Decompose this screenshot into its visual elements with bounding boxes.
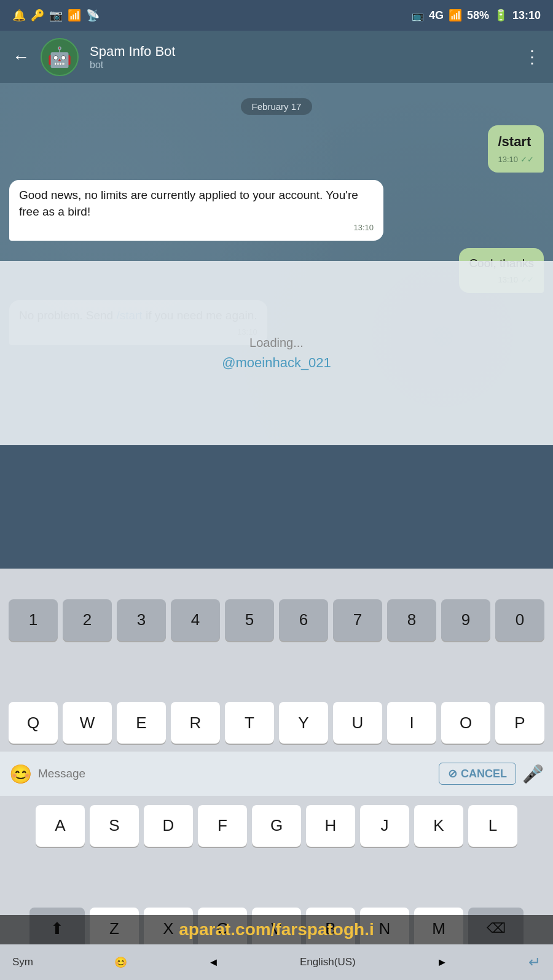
key-6[interactable]: 6 [279,599,328,641]
status-icon-video: 📷 [49,9,63,22]
date-badge: February 17 [241,98,313,115]
msg-time-1: 13:10 [498,154,518,165]
avatar: 🤖 [41,38,79,76]
key-q[interactable]: Q [9,702,58,744]
status-left-icons: 🔔 🔑 📷 📶 📡 [12,9,100,22]
keyboard-bottom-bar: Sym 😊 ◄ English(US) ► ↵ [0,944,553,980]
key-j[interactable]: J [360,805,409,847]
status-icon-wifi: 📶 [68,9,81,22]
status-right: 📺 4G 📶 58% 🔋 13:10 [412,9,541,22]
site-watermark: aparat.com/farspatogh.i [0,915,553,944]
key-a[interactable]: A [36,805,85,847]
key-enter[interactable]: ↵ [528,954,541,971]
key-i[interactable]: I [387,702,436,744]
key-y[interactable]: Y [279,702,328,744]
status-cast-icon: 📺 [412,10,424,21]
chat-header: ← 🤖 Spam Info Bot bot ⋮ [0,31,553,83]
key-p[interactable]: P [495,702,544,744]
cancel-label: CANCEL [461,768,507,780]
loading-text: Loading... [249,336,304,350]
back-button[interactable]: ← [12,47,29,67]
message-row-2: Good news, no limits are currently appli… [9,180,544,241]
status-signal-icon: 📶 [449,9,462,22]
message-input-bar[interactable]: 😊 ⊘ CANCEL 🎤 [0,752,553,796]
key-lang-left[interactable]: ◄ [208,956,219,969]
key-r[interactable]: R [171,702,220,744]
key-7[interactable]: 7 [333,599,382,641]
key-2[interactable]: 2 [63,599,112,641]
check-icon-1: ✓✓ [520,154,534,165]
keyboard-row-numbers: 1 2 3 4 5 6 7 8 9 0 [0,569,553,672]
status-battery: 58% [467,9,489,22]
msg-meta-2: 13:10 [19,222,374,233]
key-u[interactable]: U [333,702,382,744]
watermark-text: aparat.com/farspatogh.i [179,920,374,939]
emoji-button[interactable]: 😊 [9,763,32,785]
message-row-1: /start 13:10 ✓✓ [9,125,544,173]
chat-name: Spam Info Bot [90,44,512,60]
key-s[interactable]: S [90,805,139,847]
key-sym[interactable]: Sym [12,956,33,968]
key-o[interactable]: O [441,702,490,744]
more-options-button[interactable]: ⋮ [524,47,541,67]
key-emoji[interactable]: 😊 [114,956,127,969]
status-4g: 4G [429,9,444,22]
key-k[interactable]: K [414,805,463,847]
key-lang-right[interactable]: ► [436,956,447,969]
status-time: 13:10 [512,9,541,22]
key-l[interactable]: L [468,805,517,847]
key-4[interactable]: 4 [171,599,220,641]
key-d[interactable]: D [144,805,193,847]
key-w[interactable]: W [63,702,112,744]
loading-overlay: Loading... @moeinhack_021 [0,261,553,445]
status-icon-notification: 🔔 [12,9,26,22]
key-language[interactable]: English(US) [300,956,356,968]
key-1[interactable]: 1 [9,599,58,641]
date-divider: February 17 [9,98,544,115]
header-info: Spam Info Bot bot [90,44,512,71]
bubble-outgoing-1: /start 13:10 ✓✓ [488,125,544,173]
status-icon-key: 🔑 [31,9,44,22]
key-g[interactable]: G [252,805,301,847]
msg-meta-1: 13:10 ✓✓ [498,154,534,165]
cancel-icon: ⊘ [448,767,457,780]
key-9[interactable]: 9 [441,599,490,641]
key-t[interactable]: T [225,702,274,744]
status-battery-icon: 🔋 [494,9,508,22]
cancel-button[interactable]: ⊘ CANCEL [439,763,516,785]
key-5[interactable]: 5 [225,599,274,641]
bubble-incoming-2: Good news, no limits are currently appli… [9,180,383,241]
msg-time-2: 13:10 [353,222,374,233]
chat-area: February 17 /start 13:10 ✓✓ Good news, n… [0,83,553,445]
status-bar: 🔔 🔑 📷 📶 📡 📺 4G 📶 58% 🔋 13:10 [0,0,553,31]
message-input[interactable] [38,759,433,788]
key-h[interactable]: H [306,805,355,847]
avatar-icon: 🤖 [47,45,72,69]
voice-button[interactable]: 🎤 [522,764,544,784]
handle-watermark: @moeinhack_021 [222,355,331,371]
msg-text-2: Good news, no limits are currently appli… [19,189,358,218]
key-8[interactable]: 8 [387,599,436,641]
key-3[interactable]: 3 [117,599,166,641]
key-e[interactable]: E [117,702,166,744]
status-icon-cast: 📡 [86,9,100,22]
msg-text-1: /start [498,134,531,149]
key-0[interactable]: 0 [495,599,544,641]
chat-subtitle: bot [90,60,512,71]
key-f[interactable]: F [198,805,247,847]
